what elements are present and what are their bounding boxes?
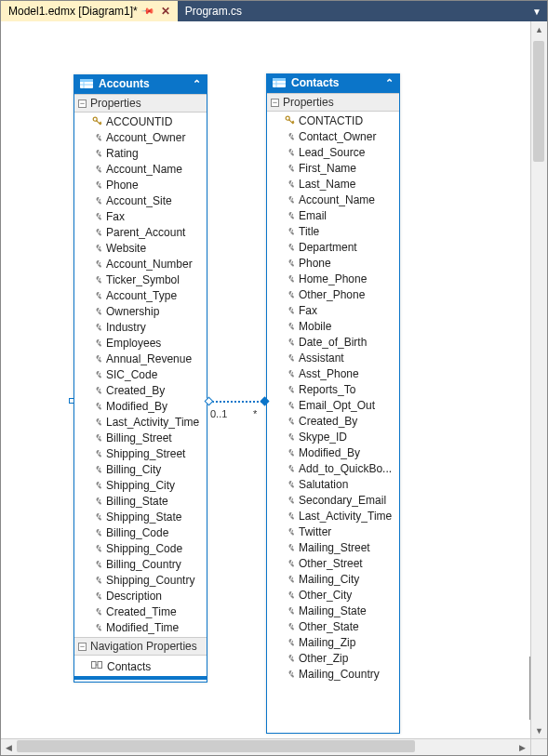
property-row[interactable]: Last_Activity_Time (74, 414, 207, 430)
collapse-toggle-icon[interactable]: − (271, 99, 279, 107)
property-row[interactable]: Account_Type (74, 287, 207, 303)
pin-icon[interactable]: 📌 (141, 5, 155, 19)
horizontal-scrollbar[interactable]: ◀ ▶ (1, 738, 530, 755)
property-row[interactable]: Mailing_Country (267, 666, 399, 682)
property-row[interactable]: Date_of_Birth (267, 334, 399, 350)
property-row[interactable]: Annual_Revenue (74, 351, 207, 366)
property-row[interactable]: Account_Number (74, 256, 207, 272)
property-row[interactable]: Mailing_Street (267, 539, 399, 555)
scroll-thumb[interactable] (533, 41, 544, 162)
property-row[interactable]: Account_Name (267, 192, 399, 207)
scroll-down-icon[interactable]: ▼ (531, 723, 547, 738)
property-row[interactable]: Skype_ID (267, 429, 399, 444)
properties-section-header[interactable]: − Properties (267, 93, 399, 112)
scroll-track[interactable] (531, 37, 547, 723)
nav-properties-section-header[interactable]: − Navigation Properties (74, 637, 207, 656)
property-row[interactable]: Shipping_Country (74, 572, 207, 588)
property-row[interactable]: Other_City (267, 587, 399, 603)
property-row[interactable]: Assistant (267, 350, 399, 365)
property-row[interactable]: Rating (74, 145, 207, 161)
scroll-track[interactable] (17, 739, 515, 755)
property-row[interactable]: Fax (74, 208, 207, 224)
property-row[interactable]: Employees (74, 335, 207, 351)
property-row[interactable]: Shipping_Code (74, 540, 207, 556)
property-row[interactable]: Billing_City (74, 461, 207, 477)
property-row[interactable]: Other_Street (267, 555, 399, 571)
property-row[interactable]: Phone (74, 177, 207, 192)
property-row[interactable]: Home_Phone (267, 271, 399, 286)
tab-overflow-dropdown[interactable]: ▼ (532, 1, 541, 21)
properties-section-header[interactable]: − Properties (74, 94, 207, 113)
property-row[interactable]: Account_Name (74, 161, 207, 177)
nav-property-row[interactable]: Contacts (74, 657, 207, 680)
property-row[interactable]: Parent_Account (74, 224, 207, 240)
property-row[interactable]: Last_Activity_Time (267, 508, 399, 524)
property-name: Modified_By (106, 399, 167, 414)
collapse-toggle-icon[interactable]: − (78, 643, 87, 651)
property-row[interactable]: Shipping_Street (74, 445, 207, 461)
property-row[interactable]: Industry (74, 319, 207, 335)
property-row[interactable]: Email_Opt_Out (267, 397, 399, 413)
property-row[interactable]: Modified_Time (74, 619, 207, 635)
scroll-left-icon[interactable]: ◀ (1, 739, 17, 755)
property-row[interactable]: Title (267, 223, 399, 239)
property-row[interactable]: Other_Zip (267, 650, 399, 666)
property-row[interactable]: Secondary_Email (267, 492, 399, 508)
entity-accounts[interactable]: Accounts ⌃ − Properties ACCOUNTIDAccount… (74, 74, 207, 683)
property-row[interactable]: Website (74, 240, 207, 256)
property-row[interactable]: Created_Time (74, 603, 207, 619)
property-row[interactable]: Mailing_Zip (267, 634, 399, 650)
property-row[interactable]: Ownership (74, 303, 207, 319)
chevron-up-icon[interactable]: ⌃ (385, 77, 394, 89)
property-row[interactable]: Created_By (74, 382, 207, 398)
property-row[interactable]: Contact_Owner (267, 128, 399, 144)
property-row[interactable]: Description (74, 588, 207, 603)
scroll-thumb[interactable] (17, 740, 415, 752)
property-row[interactable]: Email (267, 207, 399, 223)
property-row[interactable]: Fax (267, 302, 399, 318)
property-row[interactable]: Mailing_City (267, 571, 399, 587)
property-row[interactable]: Modified_By (74, 398, 207, 414)
property-row-key[interactable]: ACCOUNTID (74, 113, 207, 129)
chevron-up-icon[interactable]: ⌃ (193, 78, 201, 90)
property-row[interactable]: Salutation (267, 476, 399, 492)
property-row[interactable]: Last_Name (267, 176, 399, 192)
property-row[interactable]: Other_State (267, 618, 399, 634)
scroll-up-icon[interactable]: ▲ (531, 21, 547, 37)
tab-program-cs[interactable]: Program.cs (178, 1, 247, 21)
entity-contacts[interactable]: Contacts ⌃ − Properties CONTACTIDContact… (266, 73, 400, 734)
property-row[interactable]: Other_Phone (267, 286, 399, 302)
diagram-canvas[interactable]: Accounts ⌃ − Properties ACCOUNTIDAccount… (1, 21, 547, 738)
entity-header[interactable]: Accounts ⌃ (74, 74, 207, 94)
property-row[interactable]: Billing_Code (74, 524, 207, 540)
property-row[interactable]: Phone (267, 255, 399, 271)
property-row[interactable]: Account_Site (74, 192, 207, 208)
property-row-key[interactable]: CONTACTID (267, 113, 399, 128)
property-row[interactable]: Created_By (267, 413, 399, 429)
scroll-right-icon[interactable]: ▶ (515, 739, 530, 755)
property-row[interactable]: Modified_By (267, 444, 399, 460)
property-row[interactable]: Department (267, 239, 399, 255)
property-row[interactable]: Shipping_State (74, 509, 207, 524)
property-row[interactable]: Twitter (267, 524, 399, 539)
property-row[interactable]: Mobile (267, 318, 399, 334)
property-row[interactable]: Billing_Street (74, 430, 207, 445)
property-row[interactable]: Ticker_Symbol (74, 272, 207, 287)
property-row[interactable]: SIC_Code (74, 366, 207, 382)
property-row[interactable]: Billing_State (74, 493, 207, 509)
relationship-connector[interactable] (208, 401, 266, 403)
tab-model-edmx[interactable]: Model1.edmx [Diagram1]* 📌 ✕ (1, 1, 178, 21)
property-row[interactable]: Asst_Phone (267, 365, 399, 381)
close-icon[interactable]: ✕ (159, 5, 172, 18)
property-row[interactable]: Mailing_State (267, 603, 399, 618)
property-row[interactable]: Lead_Source (267, 144, 399, 160)
property-row[interactable]: First_Name (267, 160, 399, 176)
property-row[interactable]: Account_Owner (74, 129, 207, 145)
property-row[interactable]: Shipping_City (74, 477, 207, 493)
property-row[interactable]: Reports_To (267, 381, 399, 397)
property-row[interactable]: Add_to_QuickBo... (267, 460, 399, 476)
vertical-scrollbar[interactable]: ▲ ▼ (530, 21, 547, 738)
entity-header[interactable]: Contacts ⌃ (267, 73, 399, 93)
collapse-toggle-icon[interactable]: − (78, 99, 87, 108)
property-row[interactable]: Billing_Country (74, 556, 207, 572)
